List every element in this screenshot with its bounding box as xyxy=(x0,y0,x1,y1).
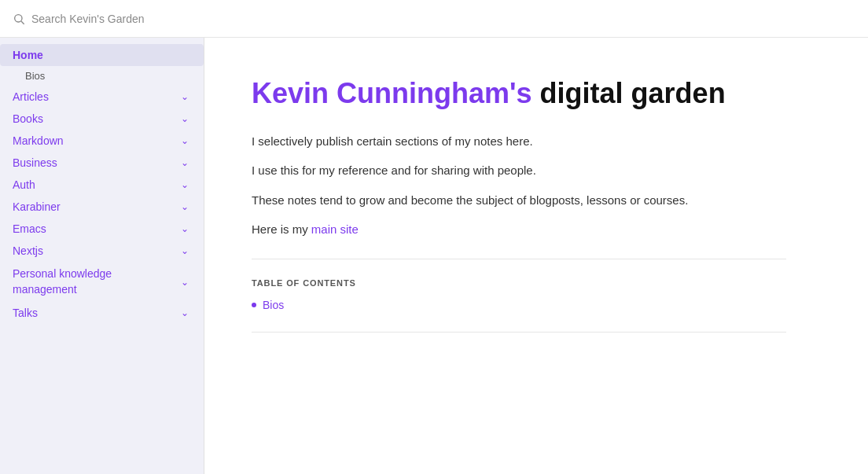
toc-item-bios[interactable]: Bios xyxy=(252,297,786,313)
sidebar-item-markdown-label: Markdown xyxy=(13,134,64,147)
sidebar-item-nextjs-label: Nextjs xyxy=(13,244,43,257)
chevron-down-icon: ⌄ xyxy=(178,244,191,257)
sidebar-item-home-label: Home xyxy=(13,49,43,61)
sidebar: Home Bios Articles ⌄ Books ⌄ Markdown ⌄ … xyxy=(0,38,204,474)
search-placeholder: Search Kevin's Garden xyxy=(31,13,145,25)
sidebar-item-business-label: Business xyxy=(13,156,57,169)
sidebar-item-home[interactable]: Home xyxy=(0,44,204,66)
toc-label: TABLE OF CONTENTS xyxy=(252,278,786,288)
sidebar-item-emacs-label: Emacs xyxy=(13,222,46,235)
search-icon xyxy=(13,13,25,25)
sidebar-item-auth[interactable]: Auth ⌄ xyxy=(0,174,204,196)
svg-line-1 xyxy=(21,21,24,24)
toc-bullet xyxy=(252,303,256,307)
sidebar-item-karabiner[interactable]: Karabiner ⌄ xyxy=(0,196,204,218)
chevron-down-icon: ⌄ xyxy=(178,112,191,125)
divider-bottom xyxy=(252,332,786,333)
sidebar-item-articles-label: Articles xyxy=(13,90,49,103)
sidebar-item-talks[interactable]: Talks ⌄ xyxy=(0,302,204,324)
divider-top xyxy=(252,259,786,259)
chevron-down-icon: ⌄ xyxy=(178,276,191,288)
sidebar-item-nextjs[interactable]: Nextjs ⌄ xyxy=(0,240,204,262)
chevron-down-icon: ⌄ xyxy=(178,222,191,235)
main-content: Kevin Cunningham's digital garden I sele… xyxy=(204,38,833,474)
table-of-contents: TABLE OF CONTENTS Bios xyxy=(252,278,786,313)
sidebar-item-karabiner-label: Karabiner xyxy=(13,200,61,213)
page-title-black: digital garden xyxy=(532,77,726,109)
sidebar-item-emacs[interactable]: Emacs ⌄ xyxy=(0,218,204,240)
sidebar-item-personal-knowledge-label: Personal knowledge management xyxy=(13,266,178,297)
sidebar-item-books-label: Books xyxy=(13,112,43,125)
intro-paragraph-1: I selectively publish certain sections o… xyxy=(252,131,786,152)
intro-paragraph-2: I use this for my reference and for shar… xyxy=(252,160,786,181)
intro-paragraph-3: These notes tend to grow and become the … xyxy=(252,190,786,211)
page-title-purple: Kevin Cunningham's xyxy=(252,77,532,109)
sidebar-item-articles[interactable]: Articles ⌄ xyxy=(0,86,204,108)
chevron-down-icon: ⌄ xyxy=(178,156,191,169)
chevron-down-icon: ⌄ xyxy=(178,90,191,103)
sidebar-item-markdown[interactable]: Markdown ⌄ xyxy=(0,130,204,152)
sidebar-item-bios-label: Bios xyxy=(25,70,45,82)
sidebar-item-bios[interactable]: Bios xyxy=(0,66,204,86)
top-bar: Search Kevin's Garden xyxy=(0,0,868,38)
page-title: Kevin Cunningham's digital garden xyxy=(252,75,786,112)
chevron-down-icon: ⌄ xyxy=(178,178,191,191)
svg-point-0 xyxy=(15,14,22,21)
layout: Home Bios Articles ⌄ Books ⌄ Markdown ⌄ … xyxy=(0,38,868,474)
sidebar-item-business[interactable]: Business ⌄ xyxy=(0,152,204,174)
intro-paragraph-4: Here is my main site xyxy=(252,219,786,240)
chevron-down-icon: ⌄ xyxy=(178,134,191,147)
sidebar-item-books[interactable]: Books ⌄ xyxy=(0,108,204,130)
search-bar[interactable]: Search Kevin's Garden xyxy=(13,13,145,25)
chevron-down-icon: ⌄ xyxy=(178,307,191,319)
main-site-link[interactable]: main site xyxy=(311,222,359,236)
sidebar-item-talks-label: Talks xyxy=(13,307,38,319)
sidebar-item-auth-label: Auth xyxy=(13,178,35,191)
sidebar-item-personal-knowledge[interactable]: Personal knowledge management ⌄ xyxy=(0,262,204,302)
chevron-down-icon: ⌄ xyxy=(178,200,191,213)
toc-link-bios[interactable]: Bios xyxy=(263,299,284,311)
